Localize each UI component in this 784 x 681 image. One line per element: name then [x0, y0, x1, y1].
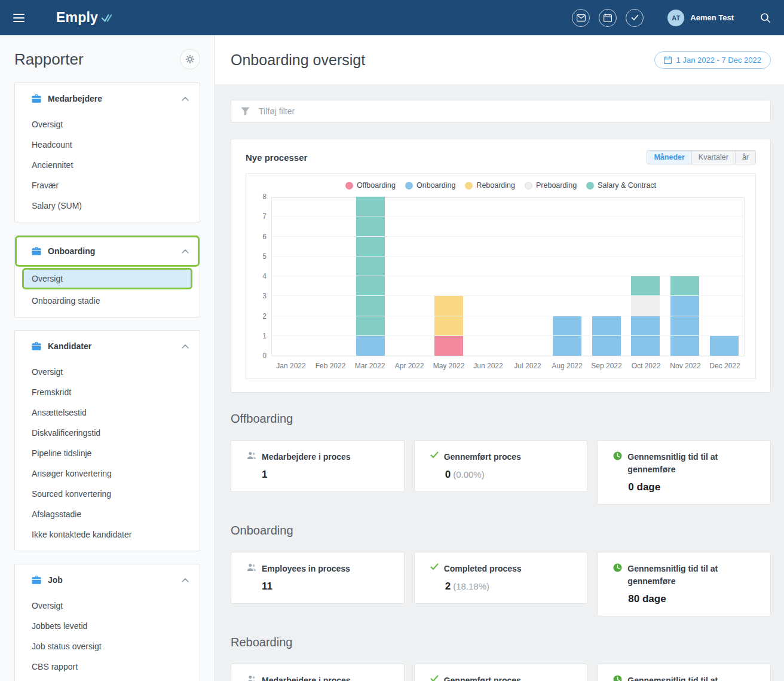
- chart-column-mar-2022: [351, 198, 390, 356]
- bar-nov-2022[interactable]: [670, 276, 699, 356]
- chart-card-header: Nye processer MånederKvartalerår: [246, 150, 756, 164]
- legend-offboarding[interactable]: Offboarding: [345, 181, 396, 190]
- bar-oct-2022[interactable]: [631, 276, 660, 356]
- filter-input[interactable]: [259, 106, 770, 116]
- sidebar-section-header-kandidater[interactable]: Kandidater: [15, 331, 200, 362]
- bar-dec-2022[interactable]: [710, 336, 739, 356]
- bar-segment-preboarding: [631, 296, 660, 316]
- gridline: [272, 216, 744, 216]
- stat-label: Gennemført proces: [444, 674, 521, 681]
- sidebar-item-kandidater-pipeline-tidslinje[interactable]: Pipeline tidslinje: [15, 443, 200, 463]
- bar-mar-2022[interactable]: [356, 197, 385, 356]
- sidebar-item-job-jobbets-levetid[interactable]: Jobbets levetid: [15, 616, 200, 636]
- user-menu[interactable]: AT Aemen Test: [667, 10, 734, 26]
- y-tick-label: 3: [262, 292, 267, 300]
- sidebar-item-job-cbs-rapport[interactable]: CBS rapport: [15, 656, 200, 677]
- legend-dot-onboarding: [405, 182, 413, 190]
- brand-logo[interactable]: Emply: [56, 10, 112, 26]
- stat-card-header: Medarbejdere i proces: [247, 674, 392, 681]
- sidebar-item-medarbejdere-anciennitet[interactable]: Anciennitet: [15, 155, 200, 175]
- chart-column-jul-2022: [508, 198, 547, 356]
- people-icon: [247, 563, 256, 572]
- stat-card-header: Gennemsnitlig tid til at gennemføre: [613, 451, 758, 476]
- sidebar-item-medarbejdere-headcount[interactable]: Headcount: [15, 135, 200, 155]
- bar-may-2022[interactable]: [434, 296, 463, 356]
- briefcase-icon: [32, 342, 41, 350]
- toggle-maneder[interactable]: Måneder: [647, 151, 691, 164]
- briefcase-icon: [32, 576, 41, 584]
- sidebar-section-header-job[interactable]: Job: [15, 564, 200, 596]
- sidebar-section-label: Medarbejdere: [48, 94, 102, 103]
- bar-segment-salary-contract: [670, 276, 699, 296]
- sidebar-item-onboarding-onboarding-stadie[interactable]: Onboarding stadie: [15, 291, 200, 311]
- search-button[interactable]: [760, 13, 771, 23]
- gridline: [272, 335, 744, 336]
- legend-reboarding[interactable]: Reboarding: [465, 181, 515, 190]
- sidebar-item-kandidater-ansaettelsestid[interactable]: Ansættelsestid: [15, 402, 200, 423]
- x-tick-label: Mar 2022: [350, 362, 390, 370]
- settings-button[interactable]: [180, 49, 200, 69]
- date-range-button[interactable]: 1 Jan 2022 - 7 Dec 2022: [654, 51, 771, 69]
- sidebar-item-kandidater-sourced-konvertering[interactable]: Sourced konvertering: [15, 484, 200, 504]
- bar-sep-2022[interactable]: [592, 316, 621, 356]
- chart-columns: [272, 198, 744, 356]
- sidebar-item-kandidater-ansoger-konvertering[interactable]: Ansøger konvertering: [15, 463, 200, 484]
- toggle-ar[interactable]: år: [735, 151, 755, 164]
- stat-value: 0 dage: [628, 481, 660, 493]
- stat-value: 1: [262, 469, 267, 480]
- sidebar-item-job-oversigt[interactable]: Oversigt: [15, 596, 200, 616]
- sidebar-section-header-onboarding[interactable]: Onboarding: [15, 236, 200, 267]
- sidebar-section-onboarding: OnboardingOversigtOnboarding stadie: [14, 235, 200, 317]
- sidebar-section-label: Kandidater: [48, 341, 91, 351]
- legend-label: Reboarding: [476, 181, 515, 190]
- sidebar-item-kandidater-fremskridt[interactable]: Fremskridt: [15, 382, 200, 402]
- briefcase-icon: [32, 94, 41, 103]
- sidebar-section-header-medarbejdere[interactable]: Medarbejdere: [15, 83, 200, 114]
- user-name: Aemen Test: [690, 13, 734, 22]
- stat-row: Employees in process11Completed process2…: [231, 552, 771, 616]
- sidebar-item-medarbejdere-salary-sum[interactable]: Salary (SUM): [15, 196, 200, 216]
- sidebar-item-job-job-status-oversigt[interactable]: Job status oversigt: [15, 636, 200, 656]
- stat-value-row: 0 dage: [613, 481, 758, 493]
- tasks-button[interactable]: [626, 9, 644, 27]
- funnel-icon: [231, 107, 259, 115]
- chevron-up-icon: [182, 578, 189, 582]
- emply-logo-icon: [101, 13, 112, 23]
- sidebar-item-kandidater-ikke-kontaktede-kandidater[interactable]: Ikke kontaktede kandidater: [15, 524, 200, 545]
- chart-title: Nye processer: [246, 152, 307, 163]
- legend-label: Salary & Contract: [598, 181, 656, 190]
- chart-column-aug-2022: [547, 198, 587, 356]
- stat-card-reboarding-medarbejdere-i-proces: Medarbejdere i proces2: [231, 664, 405, 681]
- stat-extra: (18.18%): [453, 581, 489, 591]
- sidebar-section-medarbejdere: MedarbejdereOversigtHeadcountAnciennitet…: [14, 83, 200, 222]
- chart-column-jun-2022: [468, 198, 508, 356]
- toggle-kvartaler[interactable]: Kvartaler: [691, 151, 735, 164]
- sidebar-title: Rapporter: [14, 50, 84, 69]
- sidebar-item-medarbejdere-oversigt[interactable]: Oversigt: [15, 114, 200, 135]
- y-tick-label: 1: [262, 332, 267, 340]
- bar-aug-2022[interactable]: [553, 316, 581, 356]
- section-heading-onboarding: Onboarding: [231, 524, 771, 538]
- sidebar-item-kandidater-oversigt[interactable]: Oversigt: [15, 362, 200, 382]
- menu-icon[interactable]: [0, 0, 37, 35]
- sidebar-item-onboarding-oversigt[interactable]: Oversigt: [22, 268, 192, 289]
- legend-label: Preboarding: [536, 181, 577, 190]
- mail-button[interactable]: [572, 9, 590, 27]
- sidebar-section-label: Job: [48, 575, 63, 585]
- chart-column-jan-2022: [272, 198, 311, 356]
- sidebar-item-kandidater-diskvalificeringstid[interactable]: Diskvalificeringstid: [15, 423, 200, 443]
- stat-card-header: Gennemsnitlig tid til at gennemføre: [613, 563, 758, 588]
- sidebar-item-medarbejdere-fravaer[interactable]: Fravær: [15, 175, 200, 196]
- page: Emply AT Aemen Test Rapporte: [0, 0, 784, 681]
- stat-card-reboarding-gennemfort-proces: Gennemført proces2(100.00%): [414, 664, 588, 681]
- section-offboarding: OffboardingMedarbejdere i proces1Gennemf…: [231, 412, 771, 505]
- stat-value-row: 0(0.00%): [430, 469, 575, 481]
- calendar-button[interactable]: [599, 9, 617, 27]
- legend-preboarding[interactable]: Preboarding: [525, 181, 577, 190]
- legend-salary-contract[interactable]: Salary & Contract: [586, 181, 656, 190]
- chart-y-axis: 012345678: [257, 197, 271, 356]
- legend-onboarding[interactable]: Onboarding: [405, 181, 455, 190]
- chart-column-feb-2022: [311, 198, 351, 356]
- stat-label: Medarbejdere i proces: [262, 451, 351, 463]
- sidebar-item-kandidater-afslagsstadie[interactable]: Afslagsstadie: [15, 504, 200, 524]
